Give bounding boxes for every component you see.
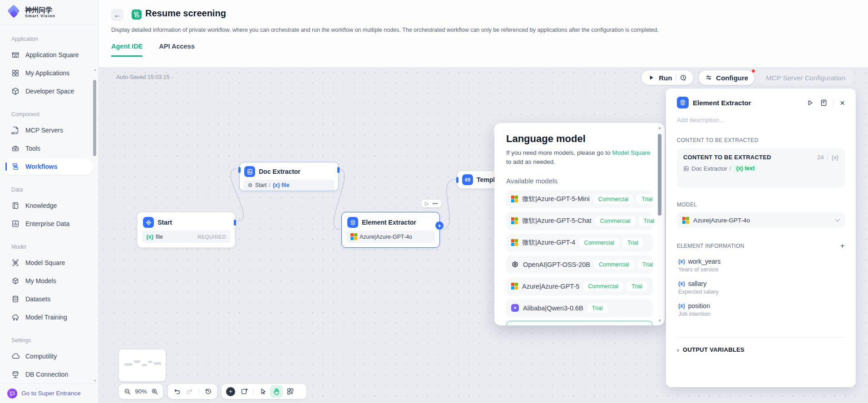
undo-button[interactable] bbox=[171, 385, 183, 398]
sidebar-item-my-applications[interactable]: My Applications bbox=[0, 64, 98, 82]
tab-api-access[interactable]: API Access bbox=[159, 43, 194, 57]
configure-button[interactable]: Configure bbox=[698, 70, 755, 85]
qwen-logo: ✦ bbox=[511, 304, 519, 312]
add-node-button[interactable]: + bbox=[224, 385, 237, 398]
run-node-icon[interactable] bbox=[806, 99, 814, 107]
scroll-up-icon[interactable]: ▲ bbox=[657, 126, 662, 130]
back-button[interactable]: ← bbox=[111, 9, 123, 21]
cube-icon bbox=[11, 277, 20, 285]
notification-dot bbox=[751, 69, 755, 73]
sidebar-footer-super-entrance[interactable]: Go to Super Entrance bbox=[0, 383, 98, 403]
output-port[interactable] bbox=[234, 220, 236, 226]
sidebar-scrollbar[interactable]: ▲ ▼ bbox=[92, 68, 98, 382]
trial-badge: Trial bbox=[637, 195, 657, 204]
scroll-down-icon[interactable]: ▼ bbox=[93, 379, 97, 382]
model-option[interactable]: Azure|Azure-GPT-5 Commercial Trial bbox=[506, 277, 653, 295]
add-note-button[interactable] bbox=[238, 385, 251, 398]
model-section-label: MODEL bbox=[677, 202, 845, 208]
version-history-button[interactable] bbox=[202, 385, 214, 398]
add-element-button[interactable]: + bbox=[840, 241, 845, 251]
sidebar-item-application-square[interactable]: Application Square bbox=[0, 46, 98, 64]
element-entry[interactable]: (x)sallary Expected salary bbox=[677, 280, 845, 295]
scroll-up-icon[interactable]: ▲ bbox=[93, 68, 97, 71]
sidebar-item-enterprise-data[interactable]: Enterprise Data bbox=[0, 215, 98, 233]
sidebar-item-mcp-servers[interactable]: MCP MCP Servers bbox=[0, 121, 98, 139]
model-select[interactable]: Azure|Azure-GPT-4o bbox=[677, 212, 845, 228]
element-extractor-inspector: Element Extractor × Add description... C… bbox=[666, 88, 856, 387]
variable-icon[interactable]: {x} bbox=[832, 154, 838, 161]
model-option-selected[interactable] bbox=[506, 321, 653, 326]
model-option[interactable]: 微软|Azure-GPT-4 Commercial Trial bbox=[506, 234, 653, 252]
brand-tagline: Smart Vision bbox=[25, 14, 55, 18]
output-variables-toggle[interactable]: › OUTPUT VARIABLES bbox=[677, 337, 845, 354]
description-input[interactable]: Add description... bbox=[677, 117, 845, 123]
run-node-icon[interactable]: ▷ bbox=[425, 201, 429, 206]
input-port[interactable] bbox=[238, 167, 241, 173]
popup-subtitle: If you need more models, please go to Mo… bbox=[506, 148, 651, 167]
element-extractor-node-icon bbox=[347, 217, 358, 228]
pan-hand-button[interactable] bbox=[270, 385, 283, 398]
scrollbar-thumb[interactable] bbox=[658, 134, 661, 216]
model-option[interactable]: 微软|Azure-GPT-5-Chat Commercial Trial bbox=[506, 212, 653, 230]
output-port[interactable] bbox=[337, 167, 340, 173]
sidebar-item-workflows[interactable]: Workflows bbox=[0, 157, 98, 176]
available-models-label: Available models bbox=[506, 177, 653, 185]
sidebar-item-tools[interactable]: Tools bbox=[0, 139, 98, 157]
microsoft-logo bbox=[682, 217, 689, 224]
inspector-title: Element Extractor bbox=[693, 99, 802, 107]
tab-agent-ide[interactable]: Agent IDE bbox=[111, 43, 143, 57]
trial-badge: Trial bbox=[638, 260, 658, 269]
view-tabs: Agent IDE API Access bbox=[111, 43, 195, 57]
run-history-clock-icon[interactable] bbox=[680, 74, 687, 81]
sidebar-item-computility[interactable]: Computility bbox=[0, 347, 98, 365]
scroll-down-icon[interactable]: ▼ bbox=[657, 319, 662, 323]
sidebar-item-db-connection[interactable]: DB Connection bbox=[0, 365, 98, 383]
node-hover-toolbar[interactable]: ▷ ••• bbox=[421, 200, 441, 207]
brand-name: 神州问学 bbox=[25, 6, 55, 14]
model-square-link[interactable]: Model Square bbox=[612, 149, 650, 156]
popup-scrollbar[interactable]: ▲ ▼ bbox=[657, 126, 662, 323]
close-icon[interactable]: × bbox=[840, 98, 845, 107]
model-square-icon bbox=[11, 259, 20, 267]
layout-group-button[interactable] bbox=[284, 385, 296, 398]
sidebar-item-model-training[interactable]: Model Training bbox=[0, 308, 98, 326]
zoom-out-button[interactable] bbox=[122, 385, 133, 398]
minimap[interactable] bbox=[119, 349, 166, 381]
sidebar-item-model-square[interactable]: Model Square bbox=[0, 254, 98, 272]
more-options-icon[interactable]: ••• bbox=[432, 201, 438, 206]
element-entry[interactable]: (x)work_years Years of service bbox=[677, 258, 845, 273]
sidebar-item-my-models[interactable]: My Models bbox=[0, 272, 98, 290]
sidebar-item-datasets[interactable]: Datasets bbox=[0, 290, 98, 308]
redo-button[interactable] bbox=[184, 385, 196, 398]
node-start[interactable]: Start {x} file REQUIRED bbox=[137, 212, 235, 248]
content-to-extract-card[interactable]: CONTENT TO BE EXTRACTED 24 {x} Doc Extra… bbox=[677, 148, 845, 188]
model-option[interactable]: ✦ Alibaba|Qwen3-0.6B Trial bbox=[506, 299, 653, 317]
commercial-badge: Commercial bbox=[583, 282, 623, 291]
node-element-extractor[interactable]: + Element Extractor Azure|Azure-GPT-4o bbox=[341, 212, 440, 248]
save-note-icon[interactable] bbox=[820, 99, 828, 107]
section-label-data: Data bbox=[0, 182, 98, 197]
run-button[interactable]: Run bbox=[641, 70, 694, 85]
select-cursor-button[interactable] bbox=[256, 385, 269, 398]
scrollbar-thumb[interactable] bbox=[93, 80, 96, 156]
hexagon-icon bbox=[11, 87, 20, 95]
mcp-icon: MCP bbox=[11, 126, 20, 134]
node-doc-extractor[interactable]: Doc Extractor Start / {x} file bbox=[239, 162, 339, 191]
sidebar-item-developer-space[interactable]: Developer Space bbox=[0, 82, 98, 100]
sidebar-item-knowledge[interactable]: Knowledge bbox=[0, 197, 98, 215]
chevron-right-icon: › bbox=[677, 346, 679, 354]
model-option[interactable]: OpenAI|GPT-OSS-20B Commercial Trial bbox=[506, 256, 653, 274]
input-port[interactable] bbox=[456, 177, 459, 183]
mcp-server-configuration-button[interactable]: MCP Server Configuration bbox=[760, 70, 852, 85]
model-option[interactable]: 微软|Azure-GPT-5-Mini Commercial Trial bbox=[506, 190, 653, 208]
zoom-in-button[interactable] bbox=[149, 385, 160, 398]
page-title: Resume screening bbox=[145, 8, 226, 19]
canvas-topbar: Run Configure MCP Server Configuration bbox=[641, 70, 852, 85]
element-entry[interactable]: (x)position Job intention bbox=[677, 302, 845, 317]
autosave-status: Auto-Saved 15:03:15 · bbox=[116, 74, 173, 80]
sidebar: 神州问学 Smart Vision Application Applicatio… bbox=[0, 0, 99, 403]
database-icon bbox=[11, 295, 20, 303]
start-node-icon bbox=[143, 217, 154, 228]
workflow-type-icon bbox=[132, 10, 142, 20]
add-connection-button[interactable]: + bbox=[435, 221, 444, 230]
